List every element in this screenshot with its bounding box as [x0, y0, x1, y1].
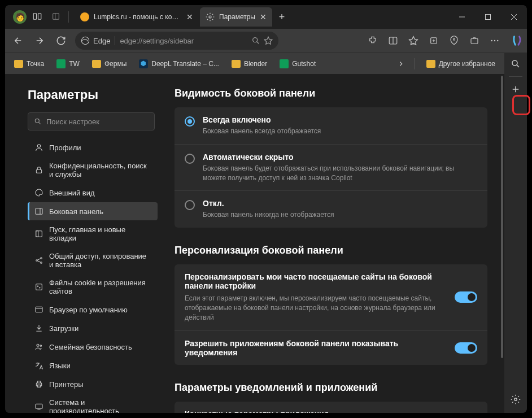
language-icon — [34, 361, 43, 370]
tab-settings[interactable]: Параметры ✕ — [200, 7, 272, 27]
appearance-icon — [34, 188, 43, 197]
svg-point-23 — [35, 119, 39, 123]
printer-icon — [34, 380, 43, 389]
bookmark-fermy[interactable]: Фермы — [88, 58, 131, 70]
folder-icon — [92, 60, 101, 68]
nav-languages[interactable]: Языки — [28, 356, 158, 375]
svg-rect-27 — [36, 208, 42, 215]
svg-point-21 — [494, 40, 495, 41]
back-button[interactable] — [8, 32, 28, 50]
svg-point-32 — [41, 258, 42, 259]
radio-icon — [185, 154, 195, 164]
search-icon[interactable] — [251, 36, 260, 45]
apps-card: Конкретные параметры приложения Каждое п… — [175, 402, 487, 413]
sidebar-settings-icon[interactable] — [507, 390, 525, 408]
refresh-button[interactable] — [51, 32, 71, 50]
minimize-button[interactable] — [449, 5, 475, 29]
cookie-icon — [34, 282, 43, 291]
copilot-button[interactable] — [508, 29, 527, 53]
star-icon[interactable] — [264, 36, 273, 45]
screenshot-icon[interactable] — [465, 32, 484, 50]
svg-rect-19 — [471, 38, 478, 43]
toggle-switch[interactable] — [455, 291, 477, 303]
window-controls — [449, 5, 527, 29]
svg-point-25 — [37, 145, 40, 147]
svg-point-51 — [512, 60, 517, 66]
bookmark-tochka[interactable]: Точка — [10, 58, 49, 70]
favicon-lumpics — [80, 12, 89, 21]
forward-button[interactable] — [30, 32, 49, 50]
scrollbar[interactable] — [501, 76, 503, 358]
tab-actions-icon[interactable] — [51, 12, 62, 22]
collections-icon[interactable] — [424, 32, 443, 50]
nav-system[interactable]: Система и производительность — [28, 394, 158, 413]
svg-point-20 — [491, 40, 492, 41]
main-panel: Видимость боковой панели Всегда включено… — [175, 74, 504, 413]
favorites-icon[interactable] — [404, 32, 423, 50]
radio-off[interactable]: Откл. Боковая панель никогда не отобража… — [175, 190, 487, 228]
browser-essentials-icon[interactable] — [444, 32, 464, 50]
address-bar[interactable]: Edge edge://settings/sidebar — [75, 32, 278, 50]
sidebar-search-icon[interactable] — [507, 55, 525, 73]
personalization-card: Персонализировать мои часто посещаемые с… — [175, 264, 487, 364]
svg-point-42 — [40, 345, 42, 347]
toolbar: Edge edge://settings/sidebar — [5, 29, 508, 53]
titlebar: 🧑 Lumpics.ru - помощь с компью... ✕ Пара… — [5, 5, 527, 29]
nav-profiles[interactable]: Профили — [28, 138, 158, 156]
nav-sidebar[interactable]: Боковая панель — [28, 202, 158, 220]
radio-icon — [185, 200, 195, 210]
more-icon[interactable] — [485, 32, 504, 50]
svg-rect-2 — [53, 14, 59, 20]
svg-line-52 — [517, 65, 519, 67]
svg-point-41 — [37, 344, 39, 346]
tab-lumpics[interactable]: Lumpics.ru - помощь с компью... ✕ — [75, 7, 199, 27]
chevron-right-icon[interactable] — [394, 55, 408, 73]
svg-rect-39 — [36, 307, 42, 312]
nav-downloads[interactable]: Загрузки — [28, 319, 158, 337]
bookmark-tw[interactable]: TW — [52, 57, 84, 71]
bookmark-other[interactable]: Другое избранное — [422, 58, 500, 70]
close-icon[interactable]: ✕ — [260, 12, 267, 21]
close-window-button[interactable] — [501, 5, 527, 29]
split-screen-icon[interactable] — [383, 32, 403, 50]
system-icon — [34, 402, 43, 411]
nav-privacy[interactable]: Конфиденциальность, поиск и службы — [28, 157, 158, 183]
toggle-notifications: Разрешить приложениям боковой панели пок… — [175, 330, 487, 365]
svg-line-34 — [37, 259, 40, 260]
workspaces-icon[interactable] — [32, 11, 43, 23]
maximize-button[interactable] — [475, 5, 501, 29]
download-icon — [34, 324, 43, 333]
svg-point-9 — [81, 37, 89, 44]
nav-family[interactable]: Семейная безопасность — [28, 338, 158, 356]
page-title: Параметры — [28, 88, 175, 102]
nav-cookies[interactable]: Файлы cookie и разрешения сайтов — [28, 274, 158, 300]
bookmark-blender[interactable]: Blender — [227, 58, 272, 70]
settings-search-input[interactable]: Поиск настроек — [28, 112, 155, 130]
settings-content: Параметры Поиск настроек Профили Конфиде… — [5, 74, 504, 413]
radio-always-on[interactable]: Всегда включено Боковая панель всегда от… — [175, 107, 487, 144]
sheets-icon — [56, 59, 66, 68]
nav-appearance[interactable]: Внешний вид — [28, 184, 158, 202]
close-icon[interactable]: ✕ — [186, 12, 193, 21]
nav-start[interactable]: Пуск, главная и новые вкладки — [28, 221, 158, 247]
gear-icon — [206, 12, 215, 21]
toggle-switch[interactable] — [455, 342, 477, 354]
browser-window: 🧑 Lumpics.ru - помощь с компью... ✕ Пара… — [5, 5, 527, 413]
bookmark-deepl[interactable]: ⬢DeepL Translate – C... — [134, 57, 224, 71]
radio-auto-hide[interactable]: Автоматически скрыто Боковая панель буде… — [175, 144, 487, 191]
svg-rect-26 — [36, 169, 41, 173]
svg-point-55 — [514, 398, 517, 401]
family-icon — [34, 342, 43, 351]
bookmark-gutshot[interactable]: Gutshot — [275, 57, 320, 71]
new-tab-button[interactable]: + — [273, 8, 290, 25]
profile-avatar[interactable]: 🧑 — [13, 10, 27, 24]
nav-share[interactable]: Общий доступ, копирование и вставка — [28, 247, 158, 273]
svg-point-33 — [41, 262, 42, 264]
nav-printers[interactable]: Принтеры — [28, 375, 158, 393]
nav-default-browser[interactable]: Браузер по умолчанию — [28, 301, 158, 319]
address-brand: Edge — [93, 37, 110, 45]
extensions-icon[interactable] — [363, 32, 382, 50]
browser-icon — [34, 305, 43, 314]
radio-icon — [185, 116, 195, 127]
svg-point-18 — [453, 38, 455, 40]
